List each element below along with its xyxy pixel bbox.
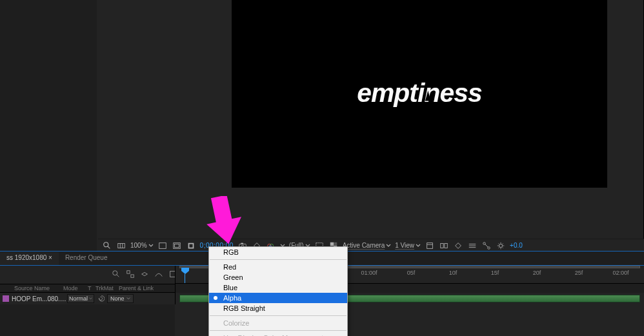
svg-rect-20	[427, 242, 433, 248]
camera-dropdown[interactable]: Active Camera	[343, 242, 392, 249]
ruler-tick: 20f	[533, 270, 541, 276]
channel-context-menu: RGB Red Green Blue Alpha RGB Straight Co…	[208, 246, 348, 336]
ruler-tick: 05f	[407, 270, 416, 276]
render-settings-icon[interactable]	[496, 241, 506, 251]
menu-item-use-dcm: Use Display Color Management	[209, 333, 347, 336]
fast-preview-icon[interactable]	[453, 241, 463, 251]
svg-rect-8	[174, 244, 179, 247]
layer-mode-dropdown[interactable]: Normal	[67, 294, 94, 303]
col-parent[interactable]: Parent & Link	[116, 285, 175, 292]
svg-rect-33	[127, 271, 130, 273]
resolution-ratio-icon[interactable]	[157, 241, 168, 251]
parent-dropdown[interactable]: None	[107, 294, 134, 303]
svg-rect-18	[334, 242, 337, 245]
ruler-tick: 02:00f	[612, 270, 629, 276]
playhead[interactable]	[181, 267, 190, 275]
svg-line-29	[485, 244, 488, 247]
annotation-arrow	[197, 196, 242, 248]
col-source[interactable]: Source Name	[12, 285, 61, 292]
composition-viewer: emptiness	[97, 0, 644, 252]
col-t[interactable]: T	[85, 285, 93, 292]
layer-row[interactable]: HOOP Em...080.psd Normal None	[0, 293, 175, 304]
layer-name[interactable]: HOOP Em...080.psd	[12, 295, 67, 302]
menu-bullet-icon	[214, 296, 217, 300]
project-panel-edge	[0, 0, 97, 252]
menu-item-green[interactable]: Green	[209, 272, 347, 282]
menu-item-colorize: Colorize	[209, 318, 347, 328]
viewer-toolbar: 100% 0;00;00;00 (Full) Active Camera 1 V…	[98, 239, 644, 252]
menu-separator	[210, 330, 347, 331]
camera-value: Active Camera	[343, 242, 385, 249]
menu-separator	[210, 315, 347, 316]
ruler-tick: 25f	[575, 270, 583, 276]
col-mode[interactable]: Mode	[61, 285, 85, 292]
shy-icon[interactable]	[154, 269, 164, 279]
svg-point-31	[113, 271, 117, 275]
comp-mini-flowchart-icon[interactable]	[125, 269, 136, 279]
menu-item-alpha[interactable]: Alpha	[209, 293, 347, 303]
svg-point-1	[104, 242, 108, 246]
svg-rect-23	[445, 243, 447, 248]
svg-rect-34	[131, 275, 134, 277]
menu-item-blue[interactable]: Blue	[209, 282, 347, 293]
search-layers-icon[interactable]	[111, 269, 121, 279]
ruler-tick: 15f	[491, 270, 499, 276]
tab-composition[interactable]: ss 1920x1080 ×	[0, 252, 59, 265]
preview-canvas[interactable]: emptiness	[232, 0, 607, 187]
col-trkmat[interactable]: TrkMat	[93, 285, 116, 292]
parent-pickwhip-icon[interactable]	[98, 295, 105, 302]
layer-color-label[interactable]	[3, 295, 9, 302]
zoom-dropdown[interactable]: 100%	[130, 242, 154, 249]
ruler-tick: 10f	[449, 270, 458, 276]
timeline-column-headers: Source Name Mode T TrkMat Parent & Link	[0, 284, 175, 293]
timeline-icon[interactable]	[467, 241, 478, 251]
svg-point-30	[499, 244, 502, 247]
mask-toggle-icon[interactable]	[186, 241, 196, 251]
grid-icon[interactable]	[116, 241, 126, 251]
views-value: 1 View	[395, 242, 414, 249]
pixel-aspect-icon[interactable]	[439, 241, 449, 251]
svg-line-32	[117, 275, 119, 277]
menu-item-red[interactable]: Red	[209, 262, 347, 272]
safe-zones-icon[interactable]	[172, 241, 182, 251]
zoom-value: 100%	[130, 242, 147, 249]
menu-item-rgb[interactable]: RGB	[209, 247, 347, 257]
exposure-value[interactable]: +0.0	[510, 242, 523, 249]
svg-rect-6	[159, 242, 166, 248]
menu-separator	[210, 259, 347, 260]
draft-3d-icon[interactable]	[139, 269, 150, 279]
ruler-tick: 01:00f	[361, 270, 377, 276]
svg-text:emptiness: emptiness	[357, 78, 482, 108]
svg-rect-16	[330, 242, 333, 245]
menu-item-rgb-straight[interactable]: RGB Straight	[209, 303, 347, 313]
flowchart-icon[interactable]	[481, 241, 492, 251]
tab-render-queue[interactable]: Render Queue	[59, 252, 114, 265]
views-dropdown[interactable]: 1 View	[395, 242, 421, 249]
svg-rect-3	[118, 243, 125, 248]
preview-text-emptiness: emptiness	[303, 74, 536, 114]
svg-rect-22	[441, 243, 443, 248]
svg-line-2	[108, 246, 110, 248]
magnify-icon[interactable]	[102, 241, 112, 251]
view-options-icon[interactable]	[425, 241, 435, 251]
